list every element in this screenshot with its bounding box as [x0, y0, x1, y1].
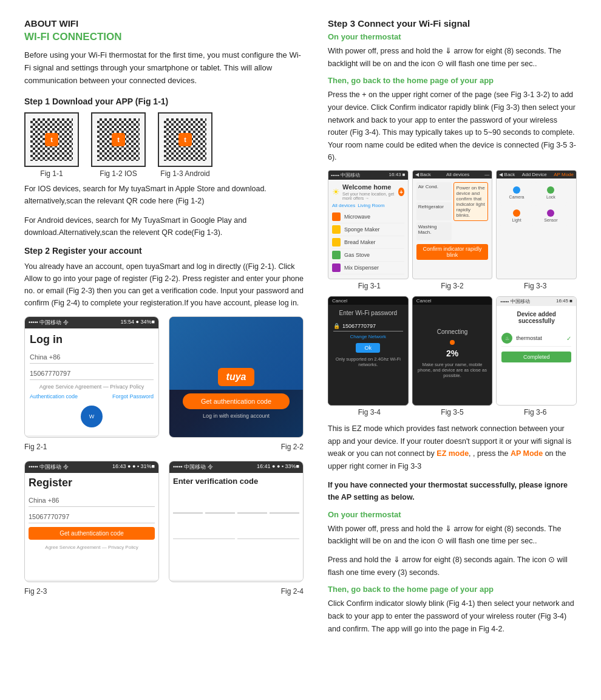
qr-pattern-1: t: [30, 118, 73, 161]
fig33-mid: Add Device: [522, 172, 547, 177]
all-devices-tab[interactable]: All devices: [332, 203, 355, 208]
login-phone-field[interactable]: 15067770797: [30, 367, 154, 380]
fig33-label: Fig 3-3: [524, 282, 546, 290]
bottom-screens-row: Cancel Enter Wi-Fi password 🔒 1506777079…: [328, 296, 577, 406]
fig-row-21-22: Fig 2-1 Fig 2-2: [24, 443, 304, 451]
login-body: Log in China +86 15067770797 Agree Servi…: [25, 328, 158, 435]
register-body: Register China +86 15067770797 Get authe…: [25, 473, 158, 580]
password-input[interactable]: [173, 521, 235, 539]
fig35-cancel-btn[interactable]: Cancel: [416, 298, 432, 304]
device-type-label-1: Camera: [509, 195, 525, 199]
device-item-5: Mix Dispenser: [332, 262, 404, 274]
on-thermostat-label-1: On your thermostat: [328, 32, 577, 41]
login-title: Log in: [30, 333, 154, 346]
screenshots-row-2: ••••• 中国移动 令 16:43 ● ● ▪ 31%■ Register C…: [24, 461, 304, 582]
fig34-cancel-btn[interactable]: Cancel: [332, 298, 347, 304]
ok-btn[interactable]: Ok: [356, 343, 380, 353]
register-phone-field[interactable]: 15067770797: [29, 511, 155, 523]
login-checkbox: Agree Service Agreement — Privacy Policy: [30, 384, 154, 390]
welcome-title: Welcome home: [342, 183, 396, 191]
success-body: Device added successfully ♨ thermostat ✓…: [497, 306, 576, 403]
device-type-icon-2: [547, 186, 554, 194]
login-existing-link[interactable]: Log in with existing account: [183, 413, 290, 419]
signal-info: ••••• 中国移动 令: [29, 319, 69, 327]
ap-mode-label: AP Mode: [511, 449, 543, 458]
fig32-header: ◀ Back All devices —: [413, 171, 492, 178]
device-icon-5: [332, 263, 341, 272]
wifi-pw-value: 15067770797: [342, 323, 376, 329]
step2-text: You already have an account, open tuyaSm…: [24, 260, 304, 309]
device-type-grid: Camera Lock Light Sensor: [500, 182, 572, 226]
register-checkbox: Agree Service Agreement — Privacy Policy: [29, 545, 155, 550]
step3-title: Step 3 Connect your Wi-Fi signal: [328, 18, 577, 29]
device-icon-3: [332, 238, 341, 246]
fig35-header: Cancel: [413, 297, 492, 305]
welcome-row: ☀ Welcome home Set your home location, g…: [332, 183, 404, 200]
checkmark-icon: ✓: [566, 335, 571, 342]
device-type-3[interactable]: Light: [500, 205, 532, 226]
fig36-signal: ••••• 中国移动: [500, 298, 529, 305]
qr-box-2: t: [91, 112, 146, 167]
then-go-back-label-2: Then, go back to the home page of your a…: [328, 585, 577, 594]
code-input-3[interactable]: [237, 495, 267, 514]
fig32-mid: All devices: [446, 172, 469, 177]
phone-header-verify: ••••• 中国移动 令 16:41 ● ● ▪ 33%■: [169, 461, 303, 473]
wifi-pw-input-row[interactable]: 🔒 15067770797: [333, 321, 403, 331]
login-country-field[interactable]: China +86: [30, 351, 154, 364]
add-device-plus-icon[interactable]: +: [398, 188, 404, 196]
app-text-1: Press the + on the upper right corner of…: [328, 89, 577, 164]
fig31-header: ••••• 中国移动 16:43 ■: [328, 171, 408, 180]
fig34-header: Cancel: [328, 297, 408, 305]
ap-mode-btn[interactable]: AP Mode: [554, 172, 574, 177]
fig31-battery: 16:43 ■: [389, 172, 406, 178]
qr-icon-3: t: [178, 133, 192, 146]
device-type-label-2: Lock: [546, 195, 555, 199]
confirm-rapidly-blink-btn[interactable]: Confirm indicator rapidly blink: [416, 244, 489, 260]
get-auth-code-btn[interactable]: Get authentication code: [29, 527, 155, 540]
register-country-field[interactable]: China +86: [29, 494, 155, 507]
on-thermostat-label-2: On your thermostat: [328, 510, 577, 519]
app-screenshots-row1: ••••• 中国移动 16:43 ■ ☀ Welcome home Set yo…: [328, 170, 577, 279]
fig2-label: Fig 1-2 IOS: [100, 169, 137, 178]
right-column: Step 3 Connect your Wi-Fi signal On your…: [328, 18, 577, 641]
fig24-label: Fig 2-4: [281, 587, 304, 596]
fig32-body: Air Cond. Refrigerator Washing Mach. Pow…: [413, 178, 492, 276]
completed-btn[interactable]: Completed: [501, 352, 571, 362]
code-input-4[interactable]: [270, 495, 299, 514]
fig3-label: Fig 1-3 Android: [160, 169, 209, 178]
confirm-password-input[interactable]: [237, 521, 299, 539]
device-icon-4: [332, 251, 341, 259]
living-room-tab[interactable]: Living Room: [358, 203, 384, 208]
device-type-label-4: Sensor: [544, 218, 557, 222]
battery-verify: 16:41 ● ● ▪ 33%■: [257, 463, 299, 471]
thermostat-text-2a: With power off, press and hold the ⇓ arr…: [328, 523, 577, 548]
fig36-screen: ••••• 中国移动 16:45 ■ Device added successf…: [496, 296, 577, 406]
qr-item-3: t Fig 1-3 Android: [158, 112, 212, 178]
fig33-screen: ◀ Back Add Device AP Mode Camera Lock: [496, 170, 577, 279]
code-input-1[interactable]: [173, 495, 203, 514]
code-input-2[interactable]: [205, 495, 235, 514]
thermostat-text-1: With power off, press and hold the ⇓ arr…: [328, 45, 577, 70]
lock-icon: 🔒: [333, 323, 340, 329]
confirm-blink-info: Power on the device and confirm that ind…: [453, 182, 489, 221]
auth-code-link[interactable]: Authentication code: [30, 393, 78, 399]
register-btn[interactable]: Get authentication code: [183, 393, 290, 409]
welcome-subtitle: Set your home location, get more offers …: [342, 192, 396, 200]
wifi-password-body: Enter Wi-Fi password 🔒 15067770797 Chang…: [328, 305, 408, 402]
thermostat-text-2b: Press and hold the ⇓ arrow for eight (8)…: [328, 554, 577, 579]
app-text-2: Click Confirm indicator slowly blink (Fi…: [328, 597, 577, 635]
qr-icon-1: t: [45, 133, 58, 146]
progress-dot-icon: [450, 340, 455, 345]
device-type-4[interactable]: Sensor: [535, 205, 567, 226]
forgot-password-link[interactable]: Forgot Password: [112, 393, 154, 399]
wifi-connection-title: WI-FI CONNECTION: [24, 31, 304, 43]
device-type-2[interactable]: Lock: [535, 182, 567, 203]
fig32-back[interactable]: ◀ Back: [415, 172, 431, 177]
fig35-label: Fig 3-5: [441, 408, 463, 416]
fig33-back[interactable]: ◀ Back: [499, 172, 515, 177]
phone-header-register: ••••• 中国移动 令 16:43 ● ● ▪ 31%■: [25, 461, 158, 473]
register-title: Register: [29, 477, 155, 489]
device-type-1[interactable]: Camera: [500, 182, 532, 203]
change-network-link[interactable]: Change Network: [333, 334, 403, 339]
qr-pattern-2: t: [97, 118, 140, 161]
